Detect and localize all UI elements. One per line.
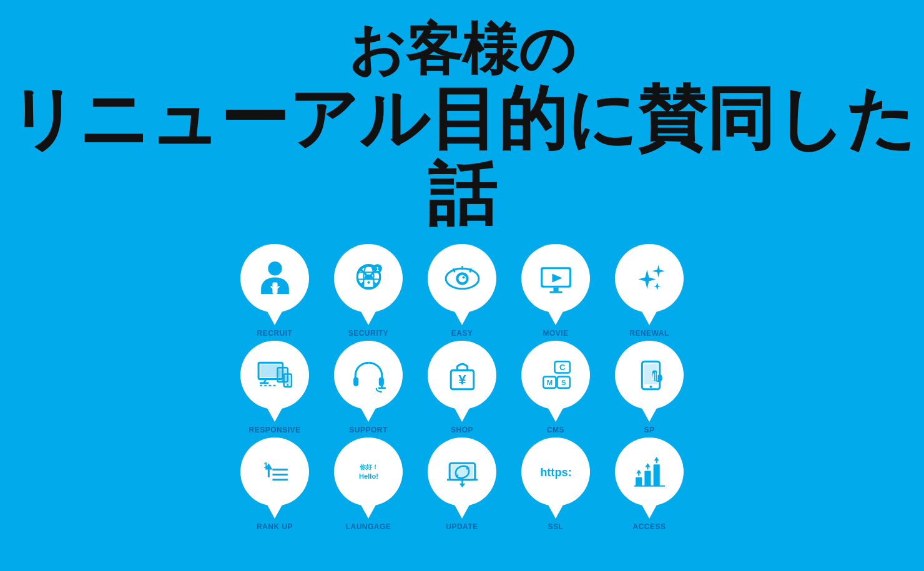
bubble-tail-cms [548,408,563,422]
recruit-icon [255,258,295,299]
svg-text:S: S [561,378,565,386]
bubble-circle-renewal [615,244,684,313]
easy-icon [442,258,483,299]
responsive-icon [255,355,295,396]
icon-movie: MOVIE [515,244,596,338]
title-line1: お客様の [0,19,924,81]
icon-bubble-renewal [615,244,684,325]
security-icon: 1 [348,258,389,299]
icon-update: UPDATE [421,437,503,531]
svg-text:Hello!: Hello! [359,472,378,479]
icons-row-2: RESPONSIVE [234,341,690,434]
bubble-tail-easy [455,311,469,325]
icon-renewal: RENEWAL [609,244,690,338]
svg-point-17 [458,275,466,282]
svg-text:M: M [546,378,552,386]
renewal-label: RENEWAL [629,329,669,338]
svg-text:你好！: 你好！ [358,464,378,471]
rankup-label: RANK UP [257,522,293,531]
bubble-circle-language: 你好！ Hello! [334,437,403,506]
icon-shop: ¥ SHOP [421,341,503,434]
access-label: ACCESS [632,522,666,531]
bubble-circle-recruit [240,244,309,313]
icons-section: RECRUIT [234,244,690,531]
renewal-icon [629,258,670,299]
icon-easy: EASY [421,244,503,338]
movie-icon [536,258,576,299]
svg-text:¥: ¥ [458,371,466,387]
title-line2: リニューアル目的に賛同した話 [0,81,924,232]
svg-text:C: C [559,363,565,372]
icon-responsive: RESPONSIVE [234,341,315,434]
security-label: SECURITY [348,329,389,338]
icon-bubble-language: 你好！ Hello! [334,437,403,519]
bubble-tail-shop [455,408,469,422]
icon-bubble-movie [521,244,590,325]
bubble-circle-ssl: https: [521,437,590,506]
bubble-tail-sp [642,408,657,422]
support-icon [348,355,389,396]
icon-security: 1 SECURITY [328,244,409,338]
icon-bubble-ssl: https: [521,437,590,519]
icons-row-3: 1. RANK UP [234,437,690,531]
bubble-tail-access [642,505,657,519]
responsive-label: RESPONSIVE [248,426,300,434]
bubble-tail-movie [548,311,563,325]
bubble-tail-renewal [642,311,657,325]
bubble-tail-support [361,408,376,422]
icons-row-1: RECRUIT [234,244,690,338]
shop-label: SHOP [451,426,473,434]
icon-language: 你好！ Hello! LAUNGAGE [328,437,409,531]
bubble-tail-responsive [267,408,282,422]
access-icon [629,452,670,492]
bubble-tail-rankup [267,505,282,519]
icon-bubble-update [428,437,496,519]
icon-cms: C M S CMS [515,341,596,434]
bubble-circle-security: 1 [334,244,403,313]
support-label: SUPPORT [349,426,388,434]
svg-rect-64 [451,465,473,477]
svg-point-36 [287,384,288,386]
icon-ssl: https: SSL [515,437,596,531]
sp-label: SP [644,426,654,434]
bubble-circle-responsive [240,341,309,409]
bubble-circle-movie [521,244,590,313]
language-label: LAUNGAGE [346,522,391,531]
bubble-circle-update [428,437,496,506]
title-section: お客様の リニューアル目的に賛同した話 [0,19,924,232]
update-icon [442,452,483,492]
icon-bubble-access [615,437,684,519]
easy-label: EASY [451,329,473,338]
icon-bubble-sp [615,341,684,422]
svg-rect-71 [636,477,642,486]
svg-text:1: 1 [376,266,379,272]
svg-point-12 [367,281,370,283]
bubble-circle-rankup: 1. [240,437,309,506]
icon-recruit: RECRUIT [234,244,315,338]
bubble-circle-easy [428,244,496,313]
icon-bubble-support [334,341,403,422]
rankup-icon: 1. [255,452,295,492]
svg-rect-25 [553,287,558,291]
icon-bubble-recruit [240,244,309,325]
svg-marker-75 [636,469,641,473]
movie-label: MOVIE [543,329,568,338]
bubble-circle-cms: C M S [521,341,590,409]
svg-marker-79 [654,457,659,461]
icon-bubble-cms: C M S [521,341,590,422]
icon-bubble-rankup: 1. [240,437,309,519]
cms-icon: C M S [536,355,576,396]
bubble-circle-sp [615,341,684,409]
icon-access: ACCESS [609,437,690,531]
icon-support: SUPPORT [328,341,409,434]
svg-marker-77 [645,463,650,467]
bubble-tail-ssl [548,505,563,519]
svg-rect-35 [285,376,290,384]
bubble-circle-shop: ¥ [428,341,496,409]
icon-bubble-security: 1 [334,244,403,325]
language-icon: 你好！ Hello! [348,452,389,492]
svg-point-51 [649,385,652,388]
svg-rect-73 [653,464,659,486]
icon-bubble-easy [428,244,496,325]
svg-rect-72 [644,471,651,486]
